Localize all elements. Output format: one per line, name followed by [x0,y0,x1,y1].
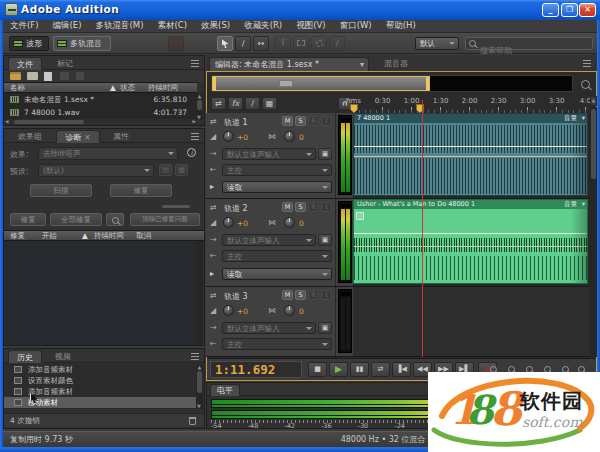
multitrack-view-button[interactable]: 多轨混音 [53,36,111,51]
pan-knob[interactable] [284,305,295,316]
volume-knob[interactable] [223,131,234,142]
solo-button[interactable]: S [295,116,306,126]
output-dropdown[interactable]: 主控 [222,164,332,176]
arm-record-button[interactable]: R [308,116,319,126]
arm-record-button[interactable]: R [308,290,319,300]
import-file-icon[interactable] [27,72,38,80]
pan-knob[interactable] [284,217,295,228]
tab-properties[interactable]: 属性 [104,130,138,143]
menu-item[interactable]: 文件(F) [3,20,46,32]
minimize-button[interactable]: _ [542,3,559,17]
trash-icon[interactable] [189,417,196,425]
track-name[interactable]: 轨道 2 [224,203,248,214]
skip-start-button[interactable]: ▐◀ [392,362,411,377]
monitor-input-button[interactable]: I [321,290,332,300]
automation-arrow-icon[interactable]: ▸ [210,182,214,191]
track-2-lane[interactable]: Usher - What's a Man to Do 48000 1 音量 ▾ [353,199,590,286]
scroll-right-icon[interactable]: ▶ [193,119,196,125]
zoom-navigator[interactable] [211,75,573,92]
navigator-zoom-icon[interactable] [581,80,590,89]
marquee-tool[interactable] [293,36,309,51]
arm-record-button[interactable]: R [308,202,319,212]
menu-item[interactable]: 效果(S) [194,20,237,32]
automation-arrow-icon[interactable]: ▸ [210,269,214,278]
track-name[interactable]: 轨道 3 [224,291,248,302]
files-horizontal-scrollbar[interactable]: ◀ ▶ [4,119,197,125]
new-file-icon[interactable] [44,72,52,81]
input-dropdown[interactable]: 默认立体声输入 [222,234,316,246]
volume-value[interactable]: +0 [237,133,248,142]
file-row[interactable]: 7 48000 1.wav 4:01.737 [4,106,197,119]
repair-all-button[interactable]: 全部修复 [50,213,102,226]
automation-dropdown[interactable]: 读取 [222,268,332,280]
volume-knob[interactable] [223,217,234,228]
file-row[interactable]: 未命名混音 1.sesx * 6:35.810 [4,93,197,106]
panel-menu-icon[interactable] [583,60,591,67]
menu-item[interactable]: 多轨混音(M) [89,20,151,32]
tab-close-icon[interactable]: × [84,133,91,142]
preset-dropdown[interactable]: (默认) [38,164,154,177]
menu-item[interactable]: 编辑(E) [46,20,89,32]
menu-item[interactable]: 素材(C) [151,20,195,32]
files-vertical-scrollbar[interactable]: ▲ ▼ [196,93,203,120]
tab-mixer[interactable]: 混音器 [378,57,414,71]
pan-envelope-line[interactable] [354,246,587,247]
tab-effects-rack[interactable]: 效果组 [8,130,52,143]
solo-button[interactable]: S [295,290,306,300]
input-settings-icon[interactable]: ▣ [318,148,332,160]
chevron-down-icon[interactable]: ▾ [582,114,585,123]
fx-icon[interactable]: fx [228,97,243,110]
fade-out-handle[interactable] [571,123,587,195]
metronome-icon[interactable]: ▦ [262,97,277,110]
fade-out-handle[interactable] [571,209,587,283]
monitor-input-button[interactable]: I [321,116,332,126]
brush-tool[interactable]: ∕ [329,36,345,51]
volume-knob[interactable] [223,305,234,316]
problems-table-header[interactable]: 修复 开始 ▲ 持续时间 取消 [4,230,204,241]
track-3-lane[interactable] [353,287,590,356]
pan-envelope-line[interactable] [354,156,587,157]
time-selection-tool[interactable]: ↔ [253,36,269,51]
timeline-ruler[interactable]: hms0:301:001:302:002:303:003:304:0 [339,97,599,106]
clear-repaired-button[interactable]: 清除已修复问题 [130,213,200,226]
maximize-button[interactable]: ❐ [561,3,578,17]
menu-item[interactable]: 窗口(W) [333,20,379,32]
chevron-down-icon[interactable]: ▾ [582,200,585,209]
tab-video[interactable]: 视频 [46,350,80,363]
menu-item[interactable]: 帮助(H) [379,20,423,32]
volume-value[interactable]: +0 [237,219,248,228]
mute-button[interactable]: M [282,290,293,300]
volume-value[interactable]: +0 [237,307,248,316]
open-file-icon[interactable] [10,72,21,80]
effect-dropdown[interactable]: 去除咔嗒声 [38,147,178,160]
help-search[interactable] [465,37,593,50]
stop-button[interactable]: ■ [308,362,327,377]
track-1-lane[interactable]: 7 48000 1 音量 ▾ [353,113,590,198]
panel-menu-icon[interactable] [191,353,199,360]
scroll-left-icon[interactable]: ◀ [5,119,8,125]
tab-levels[interactable]: 电平 [210,384,240,396]
output-dropdown[interactable]: 主控 [222,338,332,350]
diagnostics-splitter[interactable] [4,203,204,210]
menu-item[interactable]: 收藏夹(R) [237,20,289,32]
tab-history[interactable]: 历史 [8,350,42,363]
input-settings-icon[interactable]: ▣ [318,322,332,334]
solo-button[interactable]: S [295,202,306,212]
input-dropdown[interactable]: 默认立体声输入 [222,148,316,160]
save-file-icon[interactable] [60,72,69,80]
move-tool[interactable] [217,36,233,51]
pan-value[interactable]: 0 [299,219,304,228]
mute-button[interactable]: M [282,202,293,212]
automation-dropdown[interactable]: 读取 [222,181,332,193]
scroll-thumb[interactable] [14,120,84,124]
track-name[interactable]: 轨道 1 [224,117,248,128]
tab-diagnostics[interactable]: 诊断 × [56,130,100,143]
monitor-input-button[interactable]: I [321,202,332,212]
envelope-label[interactable]: 音量 [564,114,577,123]
razor-icon[interactable]: ∕ [245,97,260,110]
pause-button[interactable]: ▮▮ [350,362,369,377]
scan-button[interactable]: 扫描 [30,184,92,197]
title-bar[interactable]: Adobe Audition _ ❐ ✕ [0,0,600,20]
input-dropdown[interactable]: 默认立体声输入 [222,322,316,334]
range-handle-left[interactable] [213,77,216,90]
